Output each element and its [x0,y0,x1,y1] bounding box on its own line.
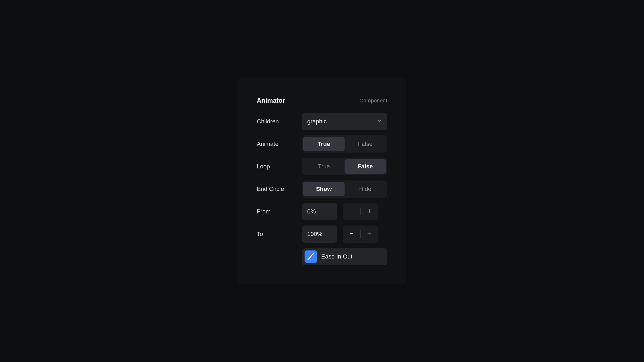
animate-label: Animate [257,141,302,147]
from-stepper [343,203,378,220]
chevron-down-icon [377,119,382,124]
to-row: To 100% [257,226,387,243]
end-circle-segmented: Show Hide [302,180,387,198]
animator-panel: Animator Component Children graphic Anim… [237,77,407,285]
to-input[interactable]: 100% [302,226,337,243]
easing-row: Ease In Out [257,248,387,265]
easing-label: Ease In Out [321,253,352,260]
animate-true-button[interactable]: True [303,137,345,151]
to-decrement-button[interactable] [343,226,360,243]
loop-row: Loop True False [257,158,387,175]
minus-icon [349,208,354,215]
from-input[interactable]: 0% [302,203,337,220]
to-stepper [343,226,378,243]
to-label: To [257,231,302,238]
children-label: Children [257,118,302,125]
panel-tag: Component [360,98,387,104]
minus-icon [349,231,354,238]
end-circle-row: End Circle Show Hide [257,180,387,198]
end-circle-show-button[interactable]: Show [303,182,345,196]
easing-button[interactable]: Ease In Out [302,248,387,265]
plus-icon [366,231,372,238]
ease-in-out-icon [305,250,317,263]
end-circle-label: End Circle [257,186,302,193]
loop-true-button[interactable]: True [303,159,345,174]
loop-false-button[interactable]: False [345,159,386,174]
to-increment-button[interactable] [361,226,378,243]
panel-title: Animator [257,97,285,104]
children-select[interactable]: graphic [302,113,387,130]
children-value: graphic [307,118,327,125]
loop-segmented: True False [302,158,387,175]
end-circle-hide-button[interactable]: Hide [345,182,386,196]
from-decrement-button[interactable] [343,203,360,220]
from-row: From 0% [257,203,387,220]
animate-row: Animate True False [257,135,387,153]
animate-false-button[interactable]: False [345,137,386,151]
from-increment-button[interactable] [361,203,378,220]
plus-icon [366,208,372,215]
from-label: From [257,208,302,215]
panel-header: Animator Component [257,97,387,104]
animate-segmented: True False [302,135,387,153]
children-row: Children graphic [257,113,387,130]
loop-label: Loop [257,163,302,170]
